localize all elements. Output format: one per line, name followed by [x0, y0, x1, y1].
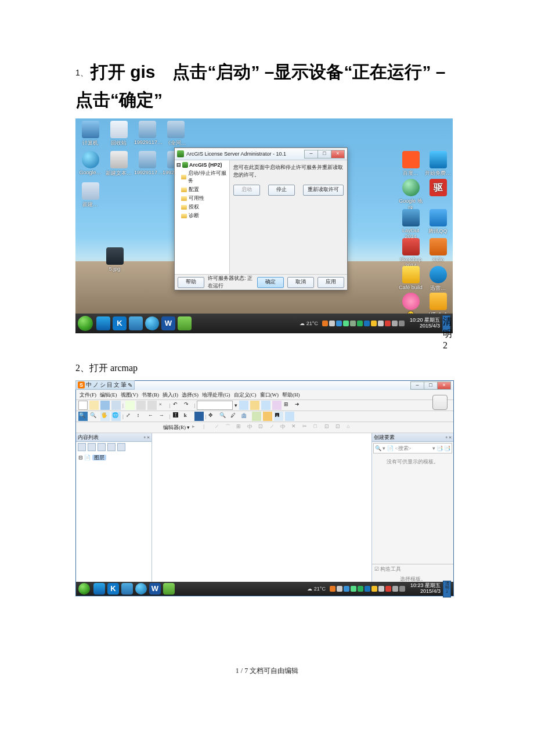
tray-icon[interactable]: [364, 321, 370, 326]
menubar[interactable]: 文件(F) 编辑(E) 视图(V) 书签(B) 插入(I) 选择(S) 地理处理…: [76, 390, 453, 400]
taskbar-app-icon[interactable]: [129, 316, 143, 330]
tray-icon[interactable]: [365, 586, 370, 592]
taskbar-icon[interactable]: W: [149, 583, 161, 595]
screenshot-2: S 中ノシ目文筆✎ – □ × 文件(F) 编辑(E) 视图(V) 书签(B) …: [75, 380, 454, 596]
arcgis-icon: [177, 150, 184, 157]
maximize-button[interactable]: □: [317, 150, 331, 159]
tray-icon[interactable]: [378, 321, 384, 326]
taskbar-app-icon[interactable]: K: [113, 316, 127, 330]
tray-icon[interactable]: [322, 321, 328, 326]
menu-item[interactable]: 视图(V): [121, 391, 139, 399]
editor-toolbar[interactable]: 编辑器(R) ▾ ▸|⟋⌒⊞ 中⊡⟋中✕ ✂□⊡⊡⌂: [76, 422, 453, 433]
ime-bar[interactable]: S 中ノシ目文筆✎: [75, 380, 135, 390]
tray-icon[interactable]: [399, 321, 405, 326]
help-button[interactable]: 帮助: [178, 277, 204, 288]
tray-icon[interactable]: [371, 321, 377, 326]
window-title: ArcGIS License Server Administrator - 10…: [186, 151, 286, 157]
tray-icon[interactable]: [330, 586, 335, 592]
apply-button[interactable]: 应用: [317, 277, 344, 288]
tools-toolbar[interactable]: 🔍🔍 🖐🌐 | ⤢↕ ←→ | 🅸 k | ✥🔍🖊 曲 🖪: [76, 411, 453, 422]
taskbar: K W ☁ 21°C 10:23 星期五2015/4/3 清明2: [76, 582, 453, 596]
create-features-panel: 创建要素▫ × 🔍 ▾ 📄 <搜索>▾ 📑 📑 没有可供显示的模板。 ☑ 构造工…: [371, 433, 453, 586]
tree-item[interactable]: 启动/停止许可服务: [181, 169, 228, 185]
minimize-button[interactable]: –: [410, 381, 424, 390]
taskbar-ie-icon[interactable]: [96, 316, 110, 330]
weather[interactable]: ☁ 21°C: [307, 586, 326, 592]
menu-item[interactable]: 窗口(W): [260, 391, 279, 399]
taskbar-icon[interactable]: [93, 583, 105, 595]
menu-item[interactable]: 帮助(H): [282, 391, 300, 399]
sogou-icon: S: [78, 381, 85, 388]
standard-toolbar[interactable]: | × | ↶↷ | ▾ ⊞➜: [76, 400, 453, 411]
start-button[interactable]: [78, 316, 93, 331]
start-button[interactable]: [78, 583, 90, 595]
clock[interactable]: 10:23 星期五2015/4/3: [410, 583, 441, 595]
tray-icon[interactable]: [385, 321, 391, 326]
taskbar: K W ☁ 21°C 10:20 星期五2015/4/3 清明2: [75, 314, 453, 333]
tray-icon[interactable]: [344, 586, 349, 592]
menu-item[interactable]: 选择(S): [182, 391, 199, 399]
heading-1: 1、打开 gis 点击“启动” –显示设备“正在运行” –点击“确定”: [75, 58, 459, 114]
minimize-button[interactable]: –: [304, 150, 318, 159]
taskbar-icon[interactable]: K: [107, 583, 119, 595]
template-search[interactable]: 🔍 ▾ 📄 <搜索>▾ 📑 📑: [373, 443, 452, 453]
tray-icon[interactable]: [336, 321, 342, 326]
taskbar-icon[interactable]: [163, 583, 175, 595]
toc-panel: 内容列表▫ × ⊟ 📄 图层: [76, 433, 152, 586]
stop-button[interactable]: 停止: [268, 185, 295, 196]
tray-icon[interactable]: [385, 586, 391, 592]
taskbar-icon[interactable]: [135, 583, 147, 595]
license-admin-window: ArcGIS License Server Administrator - 10…: [174, 147, 348, 290]
tray-icon[interactable]: [343, 321, 349, 326]
tree-item[interactable]: 诊断: [181, 211, 228, 220]
cancel-button[interactable]: 取消: [287, 277, 314, 288]
ok-button[interactable]: 确定: [257, 277, 284, 288]
message: 您可在此页面中启动和停止许可服务并重新读取您的许可。: [233, 164, 344, 179]
menu-item[interactable]: 地理处理(G): [202, 391, 230, 399]
tray-icon[interactable]: [392, 321, 398, 326]
taskbar-app-icon[interactable]: W: [161, 316, 175, 330]
tree-item[interactable]: 可用性: [181, 194, 228, 203]
heading-2: 2、打开 arcmap: [75, 362, 459, 375]
taskbar-app-icon[interactable]: [145, 316, 159, 330]
ime-indicator[interactable]: 清明2: [443, 581, 451, 597]
start-button[interactable]: 启动: [233, 185, 260, 196]
menu-item[interactable]: 插入(I): [163, 391, 178, 399]
status-text: 许可服务器状态: 正在运行: [208, 275, 254, 290]
menu-item[interactable]: 自定义(C): [234, 391, 257, 399]
clock[interactable]: 10:20 星期五2015/4/3: [410, 318, 440, 329]
tree-item[interactable]: 授权: [181, 203, 228, 211]
tray-icon[interactable]: [358, 586, 363, 592]
tray-icon[interactable]: [371, 586, 377, 592]
tray-icon[interactable]: [351, 586, 356, 592]
tree-item[interactable]: 配置: [181, 185, 228, 194]
toc-layer[interactable]: 图层: [92, 455, 106, 460]
page-footer: 1 / 7 文档可自由编辑: [75, 666, 459, 676]
screenshot-1: 计算机 回收站 19929117… 《全河… Google… 新建文本… 199…: [75, 118, 453, 333]
map-canvas[interactable]: [152, 433, 371, 586]
toc-view-buttons[interactable]: [76, 442, 151, 453]
ime-indicator[interactable]: 清明2: [442, 315, 450, 332]
close-button[interactable]: ×: [331, 150, 345, 159]
taskbar-app-icon[interactable]: [178, 316, 192, 330]
taskbar-icon[interactable]: [121, 583, 133, 595]
tray-icon[interactable]: [350, 321, 356, 326]
nav-tree[interactable]: ⊟ArcGIS (HP2) 启动/停止许可服务 配置 可用性 授权 诊断: [175, 160, 230, 274]
menu-item[interactable]: 编辑(E): [100, 391, 117, 399]
close-button[interactable]: ×: [437, 381, 451, 390]
tray-icon[interactable]: [399, 586, 405, 592]
weather[interactable]: ☁ 21°C: [300, 321, 318, 326]
titlebar[interactable]: ArcGIS License Server Administrator - 10…: [175, 148, 347, 160]
tray-icon[interactable]: [392, 586, 398, 592]
panel-close-icon[interactable]: ▫ ×: [445, 434, 452, 440]
tray-icon[interactable]: [357, 321, 363, 326]
reread-button[interactable]: 重新读取许可: [303, 185, 344, 196]
tray-icon[interactable]: [337, 586, 342, 592]
menu-item[interactable]: 书签(B): [142, 391, 159, 399]
menu-item[interactable]: 文件(F): [80, 391, 96, 399]
tray-icon[interactable]: [378, 586, 384, 592]
catalog-button[interactable]: [432, 395, 448, 410]
maximize-button[interactable]: □: [424, 381, 438, 390]
panel-close-icon[interactable]: ▫ ×: [143, 434, 150, 440]
tray-icon[interactable]: [329, 321, 335, 326]
